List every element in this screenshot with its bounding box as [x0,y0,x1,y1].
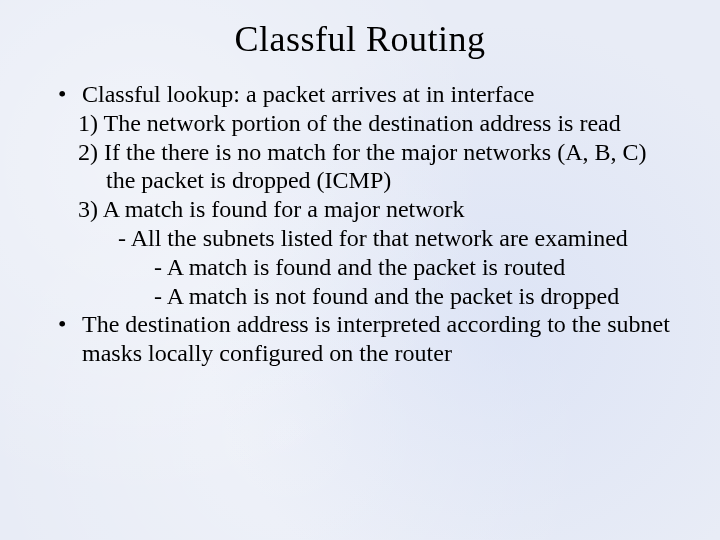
bullet-dot-icon: • [58,80,82,109]
bullet-item-1: • Classful lookup: a packet arrives at i… [40,80,680,109]
bullet-text-1: Classful lookup: a packet arrives at in … [82,80,535,109]
step-3-sub-a: - All the subnets listed for that networ… [40,224,680,253]
bullet-item-2: • The destination address is interpreted… [40,310,680,368]
step-1: 1) The network portion of the destinatio… [40,109,680,138]
step-2: 2) If the there is no match for the majo… [40,138,680,196]
step-3-sub-a-1: - A match is found and the packet is rou… [40,253,680,282]
slide-body: • Classful lookup: a packet arrives at i… [40,80,680,368]
bullet-text-2: The destination address is interpreted a… [82,310,680,368]
step-3: 3) A match is found for a major network [40,195,680,224]
slide: Classful Routing • Classful lookup: a pa… [0,0,720,540]
slide-title: Classful Routing [40,18,680,60]
bullet-dot-icon: • [58,310,82,368]
step-3-sub-a-2: - A match is not found and the packet is… [40,282,680,311]
